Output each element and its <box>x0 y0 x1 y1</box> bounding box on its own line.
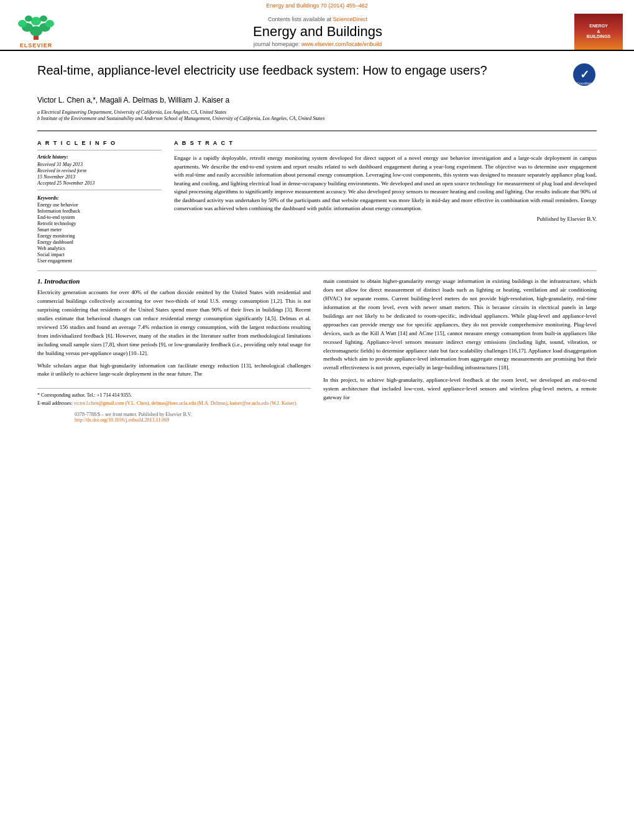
homepage-link[interactable]: www.elsevier.com/locate/enbuild <box>301 41 382 47</box>
affiliation-1: a Electrical Engineering Department, Uni… <box>37 109 597 115</box>
journal-homepage: journal homepage: www.elsevier.com/locat… <box>67 41 568 47</box>
affiliation-2: b Institute of the Environment and Susta… <box>37 116 597 121</box>
svg-point-7 <box>25 16 32 22</box>
journal-header: ELSEVIER Contents lists available at Sci… <box>0 10 634 51</box>
abstract-text: Engage is a rapidly deployable, retrofit… <box>174 154 597 213</box>
abstract-column: A B S T R A C T Engage is a rapidly depl… <box>174 140 597 264</box>
doi-link[interactable]: http://dx.doi.org/10.1016/j.enbuild.2013… <box>75 417 169 423</box>
keyword-7: Energy dashboard <box>37 239 162 245</box>
keyword-4: Retrofit technology <box>37 221 162 226</box>
svg-text:✓: ✓ <box>580 68 589 81</box>
keyword-5: Smart meter <box>37 227 162 233</box>
received-revised-label: Received in revised form <box>37 168 162 173</box>
keyword-6: Energy monitoring <box>37 233 162 239</box>
introduction-section: 1. Introduction Electricity generation a… <box>0 277 634 423</box>
intro-paragraph-2: While scholars argue that high-granulari… <box>37 362 311 379</box>
keywords-section: Keywords: Energy use behavior Informatio… <box>37 195 162 264</box>
journal-info-bar: 0378-7788/$ – see front matter. Publishe… <box>37 408 311 423</box>
authors-text: Victor L. Chen a,*, Magali A. Delmas b, … <box>37 96 597 104</box>
keyword-3: End-to-end system <box>37 215 162 220</box>
eb-logo-title: ENERGY&BUILDINGS <box>587 24 611 39</box>
article-info-header: A R T I C L E I N F O <box>37 140 162 146</box>
issn-info: 0378-7788/$ – see front matter. Publishe… <box>75 412 273 417</box>
svg-point-5 <box>45 20 54 27</box>
received-date: Received 31 May 2013 <box>37 162 162 167</box>
article-info-abstract: A R T I C L E I N F O Article history: R… <box>0 135 634 264</box>
svg-point-4 <box>18 20 27 27</box>
email-note: E-mail addresses: victor.l.chen@gmail.co… <box>37 400 311 407</box>
article-history-label: Article history: <box>37 154 162 160</box>
elsevier-tree-icon <box>15 15 57 41</box>
keyword-9: Social impact <box>37 252 162 257</box>
email-label: E-mail addresses: <box>37 400 74 406</box>
intro-right-paragraph-1: main constraint to obtain higher-granula… <box>323 277 597 372</box>
keyword-8: Web analytics <box>37 246 162 251</box>
intro-right-column: main constraint to obtain higher-granula… <box>323 277 597 423</box>
intro-section-title: 1. Introduction <box>37 277 311 285</box>
intro-right-paragraph-2: In this project, to achieve high-granula… <box>323 376 597 402</box>
crossmark-icon: ✓ CrossMark <box>572 62 597 87</box>
footnotes: * Corresponding author. Tel.: +1 714 414… <box>37 388 311 407</box>
top-bar: Energy and Buildings 70 (2014) 455–462 <box>0 0 634 10</box>
affiliations-section: a Electrical Engineering Department, Uni… <box>0 107 634 127</box>
divider-1 <box>37 131 597 131</box>
divider-2 <box>37 270 597 271</box>
intro-left-body: Electricity generation accounts for over… <box>37 288 311 379</box>
keyword-10: User engagement <box>37 258 162 264</box>
doi-info: http://dx.doi.org/10.1016/j.enbuild.2013… <box>75 417 273 423</box>
keyword-1: Energy use behavior <box>37 202 162 208</box>
revised-date: 15 November 2013 <box>37 174 162 180</box>
intro-left-column: 1. Introduction Electricity generation a… <box>37 277 311 423</box>
svg-point-8 <box>40 16 47 22</box>
journal-center: Contents lists available at ScienceDirec… <box>61 16 574 47</box>
intro-paragraph-1: Electricity generation accounts for over… <box>37 288 311 358</box>
corresponding-author-note: * Corresponding author. Tel.: +1 714 414… <box>37 392 311 399</box>
elsevier-brand-text: ELSEVIER <box>20 42 53 48</box>
paper-title: Real-time, appliance-level electricity u… <box>37 62 566 78</box>
abstract-published: Published by Elsevier B.V. <box>174 216 597 222</box>
accepted-date: Accepted 25 November 2013 <box>37 180 162 186</box>
email-values: victor.l.chen@gmail.com (V.L. Chen), del… <box>74 400 298 406</box>
article-info-column: A R T I C L E I N F O Article history: R… <box>37 140 162 264</box>
intro-right-body: main constraint to obtain higher-granula… <box>323 277 597 402</box>
journal-citation: Energy and Buildings 70 (2014) 455–462 <box>266 2 368 9</box>
elsevier-logo: ELSEVIER <box>11 15 61 48</box>
sciencedirect-label: Contents lists available at ScienceDirec… <box>67 16 568 22</box>
paper-title-section: Real-time, appliance-level electricity u… <box>0 51 634 92</box>
journal-title-text: Energy and Buildings <box>67 24 568 40</box>
keywords-label: Keywords: <box>37 195 162 201</box>
svg-point-6 <box>31 17 41 25</box>
keyword-2: Information feedback <box>37 208 162 214</box>
authors-section: Victor L. Chen a,*, Magali A. Delmas b, … <box>0 92 634 107</box>
energy-buildings-logo: ENERGY&BUILDINGS <box>574 14 623 50</box>
intro-section-number: 1. <box>37 277 42 285</box>
svg-text:CrossMark: CrossMark <box>577 81 592 85</box>
intro-section-label: Introduction <box>44 277 80 285</box>
abstract-header: A B S T R A C T <box>174 140 597 146</box>
sciencedirect-link[interactable]: ScienceDirect <box>333 16 368 22</box>
